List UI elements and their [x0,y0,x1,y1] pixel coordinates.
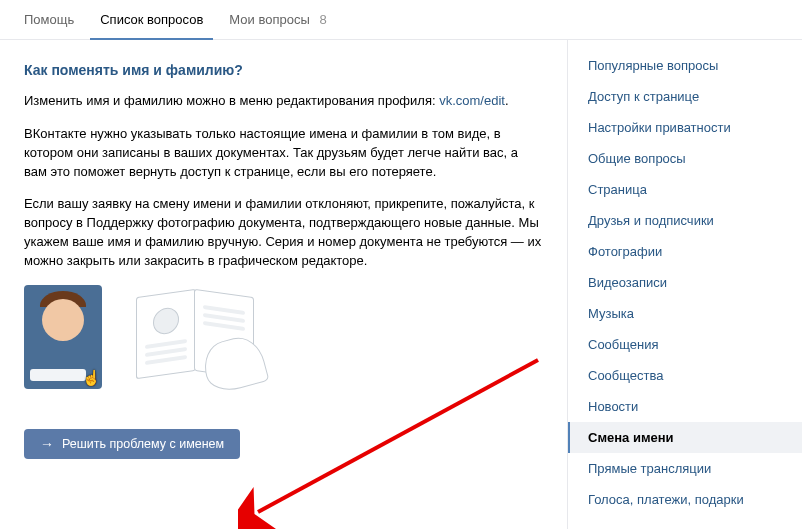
tab-my-questions[interactable]: Мои вопросы 8 [219,0,336,40]
sidebar-item[interactable]: Новости [568,391,802,422]
phone-button-bar [30,369,86,381]
sidebar-item[interactable]: Популярные вопросы [568,50,802,81]
attachment-phone-screenshot[interactable]: ☝ [24,285,102,389]
article-title: Как поменять имя и фамилию? [24,62,543,78]
article-pane: Как поменять имя и фамилию? Изменить имя… [0,40,567,529]
sidebar-item[interactable]: Прямые трансляции [568,453,802,484]
sidebar-item[interactable]: Сообщества [568,360,802,391]
article-paragraph-3: Если вашу заявку на смену имени и фамили… [24,195,543,270]
sidebar-item[interactable]: Настройки приватности [568,112,802,143]
sidebar-item[interactable]: Сообщения [568,329,802,360]
category-sidebar: Популярные вопросыДоступ к страницеНастр… [567,40,802,529]
sidebar-item[interactable]: Музыка [568,298,802,329]
article-paragraph-1: Изменить имя и фамилию можно в меню реда… [24,92,543,111]
attachments-row: ☝ [24,285,543,389]
sidebar-item[interactable]: Голоса, платежи, подарки [568,484,802,515]
tab-my-questions-count: 8 [319,12,326,27]
tab-my-questions-label: Мои вопросы [229,12,309,27]
cta-label: Решить проблему с именем [62,437,224,451]
passport-emblem-icon [153,306,179,336]
sidebar-item[interactable]: Смена имени [568,422,802,453]
sidebar-item[interactable]: Друзья и подписчики [568,205,802,236]
tab-help[interactable]: Помощь [14,0,84,40]
passport-line [203,321,245,331]
article-paragraph-2: ВКонтакте нужно указывать только настоящ… [24,125,543,182]
sidebar-item[interactable]: Доступ к странице [568,81,802,112]
top-tabs: Помощь Список вопросов Мои вопросы 8 [0,0,802,40]
sidebar-item[interactable]: Видеозаписи [568,267,802,298]
passport-left-page [136,289,196,379]
sidebar-item[interactable]: Фотографии [568,236,802,267]
tab-questions-list[interactable]: Список вопросов [90,0,213,40]
solve-name-problem-button[interactable]: → Решить проблему с именем [24,429,240,459]
passport-line [145,355,187,365]
arrow-right-icon: → [40,437,54,451]
sidebar-item[interactable]: Страница [568,174,802,205]
attachment-passport-illustration[interactable] [116,285,264,389]
avatar-face-icon [42,299,84,341]
text: Изменить имя и фамилию можно в меню реда… [24,93,439,108]
edit-profile-link[interactable]: vk.com/edit [439,93,505,108]
cursor-icon: ☝ [82,369,97,384]
text: . [505,93,509,108]
sidebar-item[interactable]: Общие вопросы [568,143,802,174]
